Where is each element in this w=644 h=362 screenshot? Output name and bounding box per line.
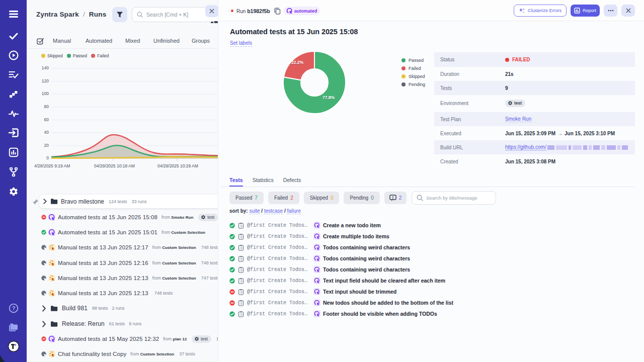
svg-text:?: ? bbox=[12, 305, 15, 311]
